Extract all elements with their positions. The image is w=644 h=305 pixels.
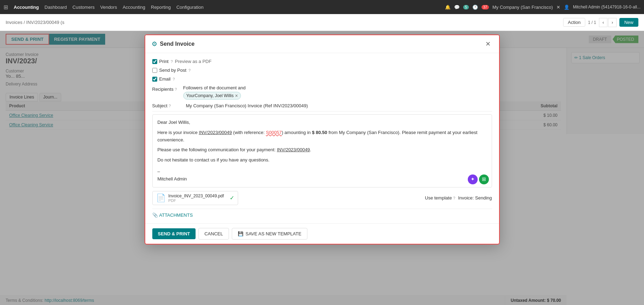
- nav-reporting[interactable]: Reporting: [151, 5, 171, 10]
- subject-value[interactable]: My Company (San Francisco) Invoice (Ref …: [186, 103, 492, 108]
- send-by-post-help-icon[interactable]: ?: [189, 68, 191, 72]
- user-avatar[interactable]: 👤: [564, 5, 569, 10]
- template-section: Use template ? Invoice: Sending: [425, 195, 492, 201]
- template-label: Use template ?: [425, 195, 455, 201]
- clock-icon[interactable]: 🕐: [472, 5, 478, 10]
- apps-icon[interactable]: ⊞: [4, 4, 8, 11]
- page-count: 1 / 1: [588, 20, 596, 25]
- recipients-help-icon[interactable]: ?: [175, 87, 177, 91]
- company-name: My Company (San Francisco): [492, 5, 553, 10]
- bottom-row: 📄 Invoice_INV_2023_00049.pdf PDF ✓ Use t…: [152, 191, 492, 209]
- recipient-name: YourCompany, Joel Willis: [186, 93, 234, 98]
- signature-dash: –: [158, 168, 487, 176]
- brand-label: Accounting: [14, 5, 39, 10]
- send-and-print-modal-button[interactable]: SEND & PRINT: [152, 228, 196, 239]
- template-value[interactable]: Invoice: Sending: [458, 195, 492, 201]
- recipients-value: Followers of the document and YourCompan…: [183, 85, 492, 100]
- email-label[interactable]: Email: [152, 76, 171, 82]
- emoji-icon[interactable]: ✦: [468, 174, 478, 184]
- print-help-icon[interactable]: ?: [171, 59, 173, 64]
- email-checkbox[interactable]: [152, 77, 157, 82]
- print-label-text: Print: [159, 59, 169, 64]
- attachments-link[interactable]: 📎 ATTACHMENTS: [152, 212, 492, 218]
- modal-footer: SEND & PRINT CANCEL 💾 SAVE AS NEW TEMPLA…: [145, 223, 499, 244]
- attachment-name: Invoice_INV_2023_00049.pdf: [168, 193, 224, 198]
- modal-body: Print ? Preview as a PDF Send by Post ?: [145, 53, 499, 223]
- payment-ref: INV/2023/00049: [277, 147, 310, 152]
- email-greeting: Dear Joel Willis,: [158, 119, 487, 126]
- invoice-ref-link: INV/2023/00049: [199, 130, 232, 135]
- nav-dashboard[interactable]: Dashboard: [45, 5, 67, 10]
- badge-red: 37: [482, 5, 489, 9]
- save-as-new-template-button[interactable]: 💾 SAVE AS NEW TEMPLATE: [232, 228, 307, 240]
- email-toolbar-icons: ✦ ⊞: [468, 174, 489, 184]
- print-preview-text: Preview as a PDF: [175, 59, 211, 64]
- email-paragraph-1: Here is your invoice INV/2023/00049 (wit…: [158, 129, 487, 144]
- modal-overlay: ⚙ Send Invoice ✕ Print ? Preview as a PD…: [0, 31, 644, 305]
- template-help-icon[interactable]: ?: [453, 196, 455, 200]
- send-by-post-checkbox[interactable]: [152, 68, 157, 73]
- chat-icon[interactable]: 💬: [454, 5, 460, 10]
- image-icon[interactable]: ⊞: [479, 174, 489, 184]
- bell-icon[interactable]: 🔔: [445, 5, 451, 10]
- pdf-icon: 📄: [156, 193, 166, 203]
- pagination-arrows: ‹ ›: [599, 18, 617, 27]
- email-option-row: Email ?: [152, 76, 492, 82]
- subject-help-icon[interactable]: ?: [169, 104, 171, 108]
- top-navigation: ⊞ Accounting Dashboard Customers Vendors…: [0, 0, 644, 14]
- breadcrumb: Invoices / INV/2023/00049 (s: [6, 20, 64, 25]
- recipients-row: Recipients ? Followers of the document a…: [152, 85, 492, 100]
- modal-title: Send Invoice: [160, 41, 483, 47]
- save-icon: 💾: [238, 231, 243, 236]
- print-option-row: Print ? Preview as a PDF: [152, 59, 492, 64]
- send-by-post-option-row: Send by Post ?: [152, 68, 492, 73]
- nav-vendors[interactable]: Vendors: [100, 5, 117, 10]
- amount: $ 80.50: [312, 130, 327, 135]
- email-paragraph-3: Do not hesitate to contact us if you hav…: [158, 157, 487, 164]
- recipients-label: Recipients ?: [152, 85, 180, 92]
- recipient-chip: YourCompany, Joel Willis ×: [183, 92, 241, 100]
- close-icon[interactable]: ✕: [556, 5, 560, 10]
- email-body[interactable]: Dear Joel Willis, Here is your invoice I…: [152, 114, 492, 188]
- attachment-info: Invoice_INV_2023_00049.pdf PDF: [168, 193, 224, 203]
- print-checkbox[interactable]: [152, 59, 157, 64]
- new-button[interactable]: New: [619, 18, 638, 27]
- user-name: Mitchell Admin (54147918-16-0-all...: [573, 5, 640, 9]
- nav-icons: 🔔 💬 5 🕐 37 My Company (San Francisco) ✕ …: [445, 5, 640, 10]
- prev-arrow[interactable]: ‹: [599, 18, 607, 27]
- subject-label: Subject ?: [152, 103, 180, 108]
- email-help-icon[interactable]: ?: [173, 77, 175, 81]
- signature: – Mitchell Admin: [158, 168, 487, 183]
- subject-row: Subject ? My Company (San Francisco) Inv…: [152, 103, 492, 112]
- attachment-check-icon: ✓: [230, 195, 234, 201]
- badge-green: 5: [463, 5, 469, 9]
- paperclip-icon: 📎: [152, 212, 158, 218]
- attachment-card: 📄 Invoice_INV_2023_00049.pdf PDF ✓: [152, 191, 238, 205]
- signature-name: Mitchell Admin: [158, 176, 487, 183]
- attachments-link-row: 📎 ATTACHMENTS: [152, 212, 492, 218]
- recipients-text: Followers of the document and: [183, 85, 492, 90]
- next-arrow[interactable]: ›: [608, 18, 617, 27]
- modal-title-icon: ⚙: [152, 40, 157, 48]
- action-button[interactable]: Action: [563, 18, 585, 27]
- send-by-post-text: Send by Post: [159, 68, 186, 73]
- remove-recipient-button[interactable]: ×: [235, 93, 238, 99]
- page-toolbar: Invoices / INV/2023/00049 (s Action 1 / …: [0, 14, 644, 31]
- main-area: SEND & PRINT REGISTER PAYMENT DRAFT POST…: [0, 31, 644, 305]
- email-label-text: Email: [159, 76, 171, 82]
- send-by-post-label[interactable]: Send by Post: [152, 68, 186, 73]
- nav-configuration[interactable]: Configuration: [176, 5, 203, 10]
- ref-code: S00057: [266, 130, 282, 135]
- print-label[interactable]: Print: [152, 59, 169, 64]
- cancel-modal-button[interactable]: CANCEL: [198, 228, 229, 240]
- email-paragraph-2: Please use the following communication f…: [158, 146, 487, 154]
- attachment-type: PDF: [168, 198, 224, 203]
- nav-customers[interactable]: Customers: [72, 5, 95, 10]
- send-invoice-modal: ⚙ Send Invoice ✕ Print ? Preview as a PD…: [145, 34, 500, 244]
- modal-close-button[interactable]: ✕: [483, 39, 493, 49]
- modal-header: ⚙ Send Invoice ✕: [145, 35, 499, 53]
- nav-accounting[interactable]: Accounting: [123, 5, 145, 10]
